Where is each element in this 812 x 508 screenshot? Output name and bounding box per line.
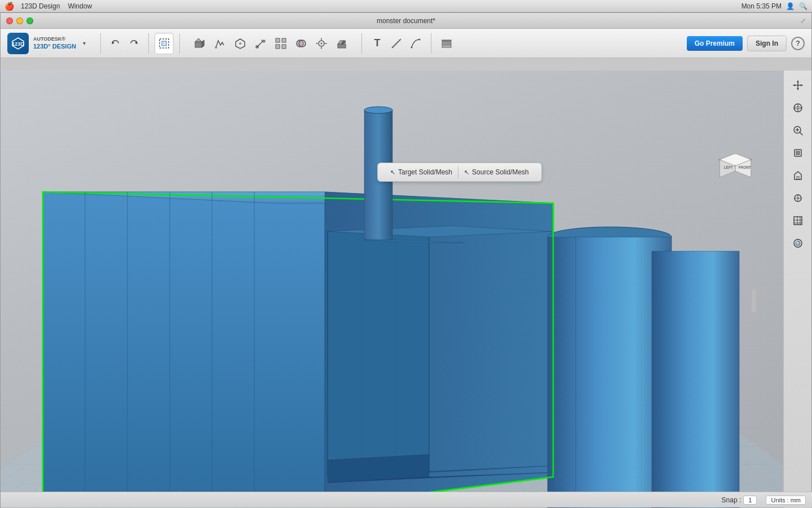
toolbar-divider-4 bbox=[361, 33, 362, 54]
view-cube[interactable]: LEFT FRONT bbox=[714, 144, 756, 186]
user-icon: 👤 bbox=[786, 2, 795, 10]
sketch2-tool-button[interactable] bbox=[406, 33, 425, 54]
toolbar-divider-2 bbox=[148, 33, 149, 54]
svg-rect-21 bbox=[338, 44, 346, 48]
svg-point-9 bbox=[215, 46, 217, 49]
source-label: Source Solid/Mesh bbox=[472, 168, 529, 176]
logo-text: AUTODESK® 123D° DESIGN bbox=[33, 36, 76, 51]
svg-rect-15 bbox=[276, 45, 280, 49]
pan-button[interactable] bbox=[788, 75, 808, 95]
svg-rect-91 bbox=[794, 217, 802, 225]
redo-button[interactable] bbox=[126, 35, 143, 52]
app-window: monster document* ⤢ 123D AUTODESK® 123D°… bbox=[0, 12, 812, 508]
close-button[interactable] bbox=[6, 17, 13, 24]
cursor-icon-2: ↖ bbox=[464, 169, 469, 176]
zoom-extents-button[interactable] bbox=[788, 143, 808, 163]
zoom-button[interactable] bbox=[788, 120, 808, 141]
combine-tool-button[interactable] bbox=[292, 33, 311, 54]
source-solid-button[interactable]: ↖ Source Solid/Mesh bbox=[458, 166, 535, 178]
menu-window[interactable]: Window bbox=[68, 2, 92, 10]
right-panel-handle[interactable] bbox=[752, 290, 756, 312]
svg-text:FRONT: FRONT bbox=[739, 165, 751, 169]
go-premium-button[interactable]: Go Premium bbox=[687, 36, 743, 51]
status-bar: Snap : 1 Units : mm bbox=[1, 492, 812, 507]
toolbar-main-tools bbox=[190, 33, 351, 54]
logo: 123D AUTODESK® 123D° DESIGN ▾ bbox=[7, 33, 86, 54]
perspective-button[interactable] bbox=[788, 188, 808, 208]
mac-menu-items: 123D Design Window bbox=[21, 2, 92, 10]
construct-tool-button[interactable] bbox=[231, 33, 250, 54]
svg-rect-16 bbox=[282, 45, 286, 49]
pattern-tool-button[interactable] bbox=[271, 33, 290, 54]
toolbar-divider-5 bbox=[431, 33, 431, 54]
svg-text:LEFT: LEFT bbox=[724, 165, 733, 169]
window-titlebar: monster document* ⤢ bbox=[1, 13, 811, 29]
logo-icon: 123D bbox=[7, 33, 29, 54]
toolbar-popup: ↖ Target Solid/Mesh ↖ Source Solid/Mesh bbox=[377, 163, 542, 182]
svg-rect-6 bbox=[195, 42, 202, 47]
toolbar-divider-3 bbox=[179, 33, 180, 54]
layers-tool-button[interactable] bbox=[437, 33, 456, 54]
svg-marker-38 bbox=[328, 231, 429, 477]
maximize-button[interactable] bbox=[27, 17, 33, 24]
orbit-button[interactable] bbox=[788, 98, 808, 118]
svg-line-78 bbox=[800, 132, 802, 135]
app-toolbar: 123D AUTODESK® 123D° DESIGN ▾ bbox=[1, 29, 811, 58]
target-solid-button[interactable]: ↖ Target Solid/Mesh bbox=[385, 166, 458, 178]
units-label[interactable]: Units : mm bbox=[766, 496, 806, 505]
primitives-tool-button[interactable] bbox=[190, 33, 209, 54]
undo-button[interactable] bbox=[107, 35, 123, 52]
svg-point-66 bbox=[734, 152, 736, 155]
scene-svg bbox=[1, 71, 784, 508]
cursor-icon: ↖ bbox=[390, 169, 395, 176]
target-label: Target Solid/Mesh bbox=[398, 168, 452, 176]
window-title: monster document* bbox=[377, 17, 435, 25]
toolbar-nav bbox=[107, 35, 143, 52]
extrude-tool-button[interactable] bbox=[332, 33, 351, 54]
svg-point-56 bbox=[364, 107, 392, 113]
svg-marker-83 bbox=[795, 172, 801, 179]
svg-rect-82 bbox=[796, 151, 800, 155]
mac-clock: Mon 5:35 PM bbox=[742, 2, 782, 10]
toolbar-divider-1 bbox=[100, 33, 101, 54]
view-home-button[interactable] bbox=[788, 165, 808, 186]
mac-titlebar-right: Mon 5:35 PM 👤 🔍 bbox=[742, 2, 807, 10]
text-tool-button[interactable]: T bbox=[368, 33, 387, 54]
svg-marker-71 bbox=[797, 81, 799, 82]
grid-button[interactable] bbox=[788, 211, 808, 231]
svg-point-98 bbox=[796, 242, 797, 243]
resize-icon[interactable]: ⤢ bbox=[800, 17, 806, 25]
measure-tool-button[interactable] bbox=[387, 33, 406, 54]
svg-point-24 bbox=[411, 46, 412, 48]
apple-icon[interactable]: 🍎 bbox=[5, 2, 14, 11]
snap-value: 1 bbox=[743, 496, 757, 505]
help-button[interactable]: ? bbox=[791, 37, 805, 50]
svg-point-65 bbox=[718, 159, 721, 161]
snap-status: Snap : 1 bbox=[722, 496, 757, 505]
mac-titlebar: 🍎 123D Design Window Mon 5:35 PM 👤 🔍 bbox=[0, 0, 812, 12]
svg-point-68 bbox=[734, 165, 736, 167]
svg-point-25 bbox=[418, 38, 420, 40]
modify-tool-button[interactable] bbox=[251, 33, 270, 54]
svg-marker-73 bbox=[793, 84, 795, 86]
svg-point-86 bbox=[796, 197, 799, 200]
select-tool-button[interactable] bbox=[155, 33, 174, 54]
sketch-tool-button[interactable] bbox=[210, 33, 230, 54]
viewport[interactable]: ↖ Target Solid/Mesh ↖ Source Solid/Mesh bbox=[1, 71, 784, 508]
material-button[interactable] bbox=[788, 233, 808, 253]
svg-point-11 bbox=[239, 42, 241, 45]
minimize-button[interactable] bbox=[16, 17, 23, 24]
search-icon[interactable]: 🔍 bbox=[799, 2, 807, 10]
svg-point-20 bbox=[320, 42, 322, 44]
menu-123d[interactable]: 123D Design bbox=[21, 2, 60, 10]
sign-in-button[interactable]: Sign In bbox=[747, 36, 787, 51]
svg-marker-52 bbox=[652, 251, 739, 508]
logo-dropdown[interactable]: ▾ bbox=[83, 40, 86, 46]
window-controls bbox=[6, 17, 33, 24]
snap-tool-button[interactable] bbox=[312, 33, 331, 54]
units-status[interactable]: Units : mm bbox=[766, 496, 806, 505]
svg-point-18 bbox=[299, 40, 306, 47]
svg-rect-13 bbox=[276, 38, 280, 42]
right-toolbar bbox=[783, 71, 811, 508]
svg-rect-5 bbox=[162, 41, 166, 46]
